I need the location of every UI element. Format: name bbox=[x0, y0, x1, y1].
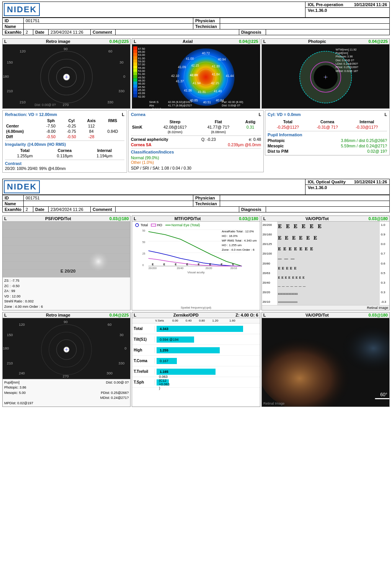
svg-text:E: E bbox=[152, 263, 154, 266]
center-axis: 112 bbox=[82, 123, 101, 129]
retro2-mpdist: MPDist: 0.02@197 bbox=[4, 401, 129, 406]
svg-text:0: 0 bbox=[142, 264, 144, 266]
data-panels-row: Refraction: VD = 12.00mm L Sph Cyl Axis … bbox=[2, 110, 390, 173]
cornea-sa-label: Cornea SA bbox=[131, 142, 152, 147]
photopic-image-display: WTW[mm] 11.92 Pupil[mm] Photopic 3.96 Di… bbox=[262, 44, 389, 108]
svg-rect-22 bbox=[133, 46, 137, 49]
diff-cyl: -0.50 bbox=[61, 134, 82, 139]
sdp-label: SDP / SRI / SAI: bbox=[131, 166, 160, 170]
axial-title: Axial bbox=[183, 39, 193, 44]
svg-text:E: E bbox=[232, 263, 234, 266]
normal-val: Normal (99.0%) bbox=[131, 155, 261, 160]
svg-text:210: 210 bbox=[7, 361, 13, 365]
va-e-chart: 𝐄 𝐄 𝐄 𝐄 𝐄 𝐄 𝐄 𝐄 𝐄 𝐄 𝐄 𝐄 𝐄 𝐄 𝐄 𝐄 𝐄 𝐄 𝐄 — … bbox=[277, 222, 380, 305]
svg-rect-50 bbox=[133, 91, 137, 94]
va-title: VA/OPD/Tot bbox=[305, 216, 329, 221]
svg-text:90: 90 bbox=[64, 320, 67, 324]
zernike-row-ttrefoil: T.Trefoil 1.165 bbox=[132, 366, 260, 377]
nidek-logo: NIDEK bbox=[4, 3, 40, 16]
svg-text:Dist: 0.00@ 0?: Dist: 0.00@ 0? bbox=[335, 59, 354, 62]
va-bottom-panel: L VA/OPD/Tot 0.03@180 bbox=[261, 312, 390, 407]
cyl-header: Cyl bbox=[61, 118, 82, 123]
zernike-zone: Z: 4.00 O: 6 bbox=[235, 313, 258, 317]
svg-text:60°: 60° bbox=[380, 392, 387, 397]
simk-flat: 41.77@ 71? bbox=[197, 124, 240, 130]
svg-text:330: 330 bbox=[107, 100, 113, 104]
va-row-160: 𝐄 𝐄 𝐄 𝐄 𝐄 𝐄 bbox=[278, 235, 379, 241]
irreg-cornea: 0.118μm bbox=[45, 153, 85, 158]
center-sph: -7.50 bbox=[41, 123, 61, 129]
svg-text:S:K:1.5: S:K:1.5 bbox=[152, 107, 161, 108]
svg-rect-36 bbox=[133, 69, 137, 72]
retro2-title: Retro image bbox=[46, 313, 70, 317]
cornea-sa-val: 0.239μm @6.0mm bbox=[228, 142, 261, 147]
svg-text:180: 180 bbox=[3, 75, 9, 78]
wf-rms-ho: HO : 1.255 um bbox=[222, 243, 256, 248]
zernike-title: Zernike/OPD bbox=[173, 313, 199, 317]
id-value: 001751 bbox=[24, 18, 193, 23]
examno2-value: 2 bbox=[24, 207, 33, 212]
bottom-row: L Retro image 0.04@225 90 270 180 0 120 … bbox=[2, 312, 390, 407]
svg-text:WTW[mm] 11.92: WTW[mm] 11.92 bbox=[335, 48, 356, 51]
svg-text:41.40: 41.40 bbox=[214, 89, 222, 93]
nidek-logo-text-2: NIDEK bbox=[7, 182, 37, 192]
center-label: Center bbox=[5, 123, 41, 129]
retro-side: L bbox=[4, 39, 7, 44]
svg-rect-28 bbox=[133, 56, 137, 59]
diagnosis2-label: Diagnosis bbox=[239, 207, 266, 212]
va-row-125: 𝐄 𝐄 𝐄 𝐄 𝐄 𝐄 𝐄 bbox=[278, 247, 379, 252]
svg-point-19 bbox=[66, 76, 67, 78]
retro2-dist: Dist: 0.00@ 0? bbox=[106, 380, 129, 385]
mtf-value: 0.03@180 bbox=[239, 216, 258, 221]
cyl-total-val: -0.25@112? bbox=[268, 124, 308, 130]
svg-text:E: E bbox=[186, 263, 188, 266]
mesopic-pupil-val: 5.59mm / dist 0.24@271? bbox=[341, 144, 387, 148]
version2-label: Ver.1.36.0 bbox=[308, 185, 327, 190]
retro2-mesopic: Mesopic: 5.00 bbox=[4, 390, 26, 396]
photopic-side: L bbox=[263, 39, 266, 44]
name2-label: Name bbox=[3, 201, 24, 206]
va-panel-top: L VA/OPD/Tot 0.03@180 20/200 20/160 20/1… bbox=[261, 216, 390, 311]
svg-rect-38 bbox=[133, 72, 137, 75]
svg-text:120: 120 bbox=[20, 49, 26, 53]
legend-normal: Normal Eye (Total) bbox=[172, 223, 200, 227]
date-label: Date bbox=[33, 29, 49, 35]
va-row-200: 𝐄 𝐄 𝐄 𝐄 𝐄 𝐄 bbox=[278, 223, 379, 230]
zernike-row-high: High 1.255 bbox=[132, 345, 260, 356]
svg-text:150: 150 bbox=[7, 333, 13, 337]
retro2-pupil-label: Pupil[mm] bbox=[4, 380, 20, 385]
axis-header: Axis bbox=[82, 118, 101, 123]
svg-text:210: 210 bbox=[20, 100, 26, 104]
svg-text:60: 60 bbox=[108, 323, 111, 327]
retro2-image-display: 90 270 180 0 120 60 240 300 150 30 210 3… bbox=[3, 318, 130, 379]
svg-text:41.44: 41.44 bbox=[226, 74, 234, 78]
photopic-value: 0.04@225 bbox=[368, 39, 388, 44]
technician-value bbox=[220, 24, 389, 29]
svg-rect-44 bbox=[133, 82, 137, 85]
cornea-header: Cornea bbox=[45, 148, 85, 153]
examno-label: ExamNo bbox=[3, 29, 24, 35]
legend-ho: HO bbox=[157, 223, 162, 227]
va-bottom-title: VA/OPD/Tot bbox=[305, 313, 329, 317]
svg-text:50: 50 bbox=[142, 241, 145, 243]
examno2-label: ExamNo bbox=[3, 207, 24, 212]
psf-title: PSF/OPD/Tot bbox=[45, 216, 71, 221]
axial-image-panel: L Axial 0.04@225 bbox=[132, 38, 260, 109]
comment2-value bbox=[116, 207, 239, 212]
technician2-label: Technician bbox=[193, 201, 220, 206]
svg-text:E: E bbox=[209, 263, 211, 266]
svg-rect-30 bbox=[133, 59, 137, 62]
retro-bottom-panel: L Retro image 0.04@225 90 270 180 0 120 … bbox=[2, 312, 131, 407]
mode-label: IOL Pre-operation bbox=[308, 2, 343, 7]
id-label: ID bbox=[3, 18, 24, 23]
cyl-cornea-header: Cornea bbox=[308, 119, 347, 124]
svg-text:20/40: 20/40 bbox=[177, 267, 184, 270]
name-label: Name bbox=[3, 24, 24, 29]
cyl-internal-val: -0.33@117? bbox=[346, 124, 387, 130]
physician2-value bbox=[220, 195, 389, 201]
svg-text:40.94: 40.94 bbox=[218, 57, 226, 61]
irreg-total: 1.255μm bbox=[5, 153, 45, 158]
zernike-scale-row: V.Sets 0.00 0.40 0.80 1.20 1.60 bbox=[132, 318, 260, 323]
svg-text:LDist: 0.24@350?: LDist: 0.24@350? bbox=[335, 62, 358, 65]
id2-value: 001751 bbox=[24, 195, 193, 201]
